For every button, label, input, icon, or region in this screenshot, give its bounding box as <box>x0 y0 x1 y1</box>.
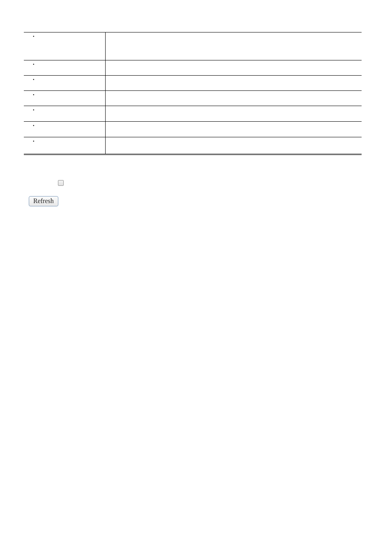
table-row: ● <box>24 32 362 60</box>
bullet-icon: ● <box>33 124 105 127</box>
bullet-icon: ● <box>33 140 105 142</box>
bullet-icon: ● <box>33 63 105 65</box>
cell-left: ● <box>24 122 106 137</box>
page: ● ● ● <box>0 0 392 206</box>
cell-left: ● <box>24 91 106 106</box>
cell-left: ● <box>24 137 106 155</box>
table-row: ● <box>24 76 362 91</box>
table-row: ● <box>24 106 362 122</box>
bullet-icon: ● <box>33 35 105 37</box>
table-row: ● <box>24 91 362 106</box>
table-row: ● <box>24 137 362 155</box>
table-row: ● <box>24 122 362 137</box>
cell-left: ● <box>24 32 106 60</box>
bullet-icon: ● <box>33 78 105 81</box>
option-checkbox[interactable] <box>58 180 64 186</box>
cell-left: ● <box>24 60 106 76</box>
cell-right <box>106 32 362 60</box>
cell-right <box>106 91 362 106</box>
checkbox-row <box>58 179 362 186</box>
refresh-button[interactable]: Refresh <box>29 196 58 206</box>
cell-right <box>106 137 362 155</box>
cell-left: ● <box>24 106 106 122</box>
button-row: Refresh <box>29 196 362 206</box>
cell-right <box>106 76 362 91</box>
table-row: ● <box>24 60 362 76</box>
cell-left: ● <box>24 76 106 91</box>
bullet-icon: ● <box>33 93 105 96</box>
bullet-icon: ● <box>33 109 105 111</box>
cell-right <box>106 60 362 76</box>
cell-right <box>106 122 362 137</box>
cell-right <box>106 106 362 122</box>
data-table: ● ● ● <box>24 32 362 155</box>
